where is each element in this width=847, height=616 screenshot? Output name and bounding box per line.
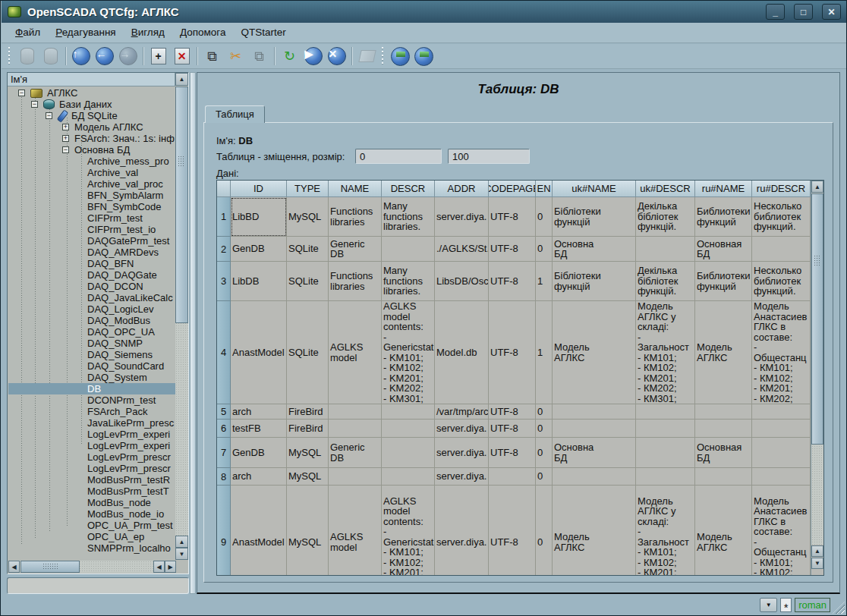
table-cell[interactable]: 0: [536, 438, 553, 468]
up-button[interactable]: ↑: [71, 46, 91, 67]
table-cell[interactable]: Generic DB: [329, 237, 382, 262]
table-cell[interactable]: [382, 404, 435, 420]
row-header[interactable]: 1: [217, 197, 231, 237]
table-cell[interactable]: Many functions libraries.: [382, 262, 435, 301]
tree-item-LogLevPrm_prescr[interactable]: LogLevPrm_prescr: [8, 463, 175, 474]
status-dropdown-button[interactable]: ▼: [760, 598, 777, 612]
row-header[interactable]: 6: [217, 420, 231, 438]
tree-item-Archive_val[interactable]: Archive_val: [8, 167, 175, 178]
table-cell[interactable]: UTF-8: [489, 404, 536, 420]
tree-scroll-up-button[interactable]: ▲: [175, 73, 188, 86]
table-cell[interactable]: [382, 420, 435, 438]
table-cell[interactable]: arch: [231, 404, 287, 420]
tree-item-DCONPrm_test[interactable]: DCONPrm_test: [8, 394, 175, 406]
offset-input[interactable]: [355, 149, 442, 164]
table-scroll-up-button[interactable]: ▲: [811, 181, 823, 193]
table-cell[interactable]: AnastModel: [231, 301, 287, 404]
tab-table[interactable]: Таблиця: [205, 105, 265, 123]
tree-item-ModBusPrm_testR[interactable]: ModBusPrm_testR: [8, 474, 175, 486]
column-header-DESCR[interactable]: DESCR: [382, 181, 435, 197]
maximize-button[interactable]: □: [794, 4, 813, 20]
paste-item-button[interactable]: ⧉: [249, 46, 269, 67]
table-cell[interactable]: [636, 420, 695, 438]
tree-hscroll-thumb[interactable]: [20, 561, 80, 573]
table-cell[interactable]: [329, 420, 382, 438]
size-input[interactable]: [448, 149, 530, 164]
table-cell[interactable]: UTF-8: [489, 486, 536, 576]
table-cell[interactable]: [752, 438, 811, 468]
row-header[interactable]: 4: [217, 301, 231, 404]
table-cell[interactable]: Модель Анастасиев ГЛКС в составе: - Обще…: [752, 486, 811, 576]
table-cell[interactable]: LibsDB/Osca: [435, 262, 489, 301]
table-cell[interactable]: Model.db: [435, 301, 489, 404]
qtstarter-vision-button[interactable]: [390, 46, 411, 67]
table-cell[interactable]: AGLKS model contents: - Genericstat - KM…: [382, 301, 435, 404]
table-cell[interactable]: server.diya.: [435, 486, 489, 576]
menu-item-3[interactable]: Вигляд: [124, 23, 172, 42]
tree-column-header[interactable]: Ім'я: [8, 73, 175, 86]
table-cell[interactable]: Основная БД: [695, 438, 752, 468]
table-cell[interactable]: UTF-8: [489, 237, 536, 262]
start-periodic-button[interactable]: ▶: [303, 46, 323, 67]
corner-header[interactable]: [217, 181, 231, 197]
table-cell[interactable]: arch: [231, 468, 287, 486]
status-user-button[interactable]: roman: [795, 598, 830, 612]
tree-item-DAQ_Siemens[interactable]: DAQ_Siemens: [8, 349, 175, 360]
table-cell[interactable]: ./AGLKS/St.: [435, 237, 489, 262]
tree-item-CIFPrm_test[interactable]: CIFPrm_test: [8, 212, 175, 224]
tree-item-DAQ_OPC_UA[interactable]: DAQ_OPC_UA: [8, 326, 175, 338]
row-header[interactable]: 9: [217, 486, 231, 576]
table-cell[interactable]: Модель Анастасиев ГЛКС в составе: - Обще…: [752, 301, 811, 404]
menu-item-1[interactable]: Файл: [8, 23, 48, 42]
collapse-icon[interactable]: −: [18, 90, 25, 96]
table-cell[interactable]: [752, 404, 811, 420]
table-cell[interactable]: [329, 468, 382, 486]
tree-item-CIFPrm_test_io[interactable]: CIFPrm_test_io: [8, 224, 175, 235]
tree-item-OPC_UA_ep[interactable]: OPC_UA_ep: [8, 531, 175, 542]
tree-scroll-up2-button[interactable]: ▲: [175, 536, 188, 548]
row-header[interactable]: 3: [217, 262, 231, 301]
column-header-ru#DESCR[interactable]: ru#DESCR: [752, 181, 811, 197]
table-cell[interactable]: Functions libraries: [329, 262, 382, 301]
table-cell[interactable]: Generic DB: [329, 438, 382, 468]
delete-item-button[interactable]: ✕: [172, 46, 192, 67]
table-cell[interactable]: Functions libraries: [329, 197, 382, 237]
tree-item-FSArch: Знач.: 1s: інф[interactable]: +FSArch: Знач.: 1s: інф: [8, 133, 175, 144]
table-cell[interactable]: MySQL: [287, 468, 329, 486]
tree-item-DAQ_DCON[interactable]: DAQ_DCON: [8, 281, 175, 292]
table-cell[interactable]: [636, 237, 695, 262]
table-cell[interactable]: UTF-8: [489, 197, 536, 237]
table-cell[interactable]: AnastModel: [231, 486, 287, 576]
tree-item-BFN_SymbCode[interactable]: BFN_SymbCode: [8, 201, 175, 212]
forward-button[interactable]: →: [118, 46, 138, 67]
table-cell[interactable]: 0: [536, 197, 553, 237]
table-cell[interactable]: 1: [536, 301, 553, 404]
column-header-uk#DESCR[interactable]: uk#DESCR: [636, 181, 695, 197]
stop-button[interactable]: ✕: [326, 46, 347, 67]
table-cell[interactable]: SQLite: [287, 262, 329, 301]
table-cell[interactable]: Модель АГЛКС: [695, 301, 752, 404]
table-cell[interactable]: SQLite: [287, 301, 329, 404]
table-cell[interactable]: testFB: [231, 420, 287, 438]
table-cell[interactable]: MySQL: [287, 438, 329, 468]
tree-item-DAQ_ModBus[interactable]: DAQ_ModBus: [8, 315, 175, 326]
table-scroll-down-button[interactable]: ▼: [811, 558, 823, 569]
tree-item-DAQ_SoundCard[interactable]: DAQ_SoundCard: [8, 360, 175, 372]
table-cell[interactable]: Many functions libraries.: [382, 197, 435, 237]
table-cell[interactable]: Бібліотеки функцій: [553, 197, 636, 237]
table-cell[interactable]: UTF-8: [489, 438, 536, 468]
menu-item-2[interactable]: Редагування: [48, 23, 123, 42]
add-item-button[interactable]: +: [148, 46, 168, 67]
menu-item-5[interactable]: QTStarter: [233, 23, 293, 42]
table-cell[interactable]: [553, 404, 636, 420]
table-cell[interactable]: Модель АГЛКС у складі: - Загальност - КМ…: [636, 301, 695, 404]
table-vscroll-thumb[interactable]: [811, 193, 823, 445]
row-header[interactable]: 8: [217, 468, 231, 486]
table-cell[interactable]: GenDB: [231, 438, 287, 468]
table-cell[interactable]: AGLKS model: [329, 301, 382, 404]
table-cell[interactable]: [695, 404, 752, 420]
table-cell[interactable]: AGLKS model contents: - Genericstat - KM…: [382, 486, 435, 576]
tree-item-LogLevPrm_experi[interactable]: LogLevPrm_experi: [8, 440, 175, 451]
table-cell[interactable]: [752, 468, 811, 486]
table-cell[interactable]: Основна БД: [553, 438, 636, 468]
